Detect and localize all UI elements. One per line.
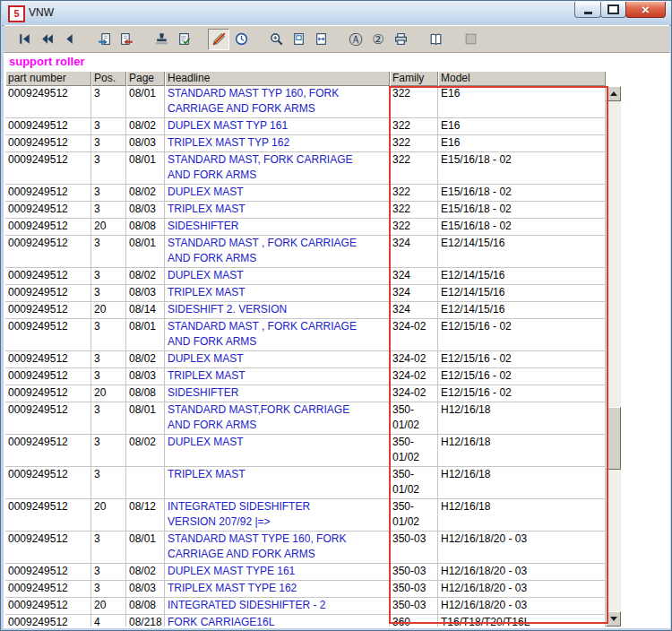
checklist-button[interactable] [173,29,194,50]
cell-headline[interactable]: DUPLEX MAST [165,351,390,368]
doc-next-button[interactable] [93,29,115,50]
circle-a-button[interactable]: Ⓐ [345,29,366,50]
table-row[interactable]: 0009249512308/01STANDARD MAST TYPE 160, … [5,532,606,564]
page-fit-button[interactable] [310,29,332,50]
cell-headline[interactable]: DUPLEX MAST TYP 161 [165,118,390,135]
blank-button[interactable] [460,29,481,50]
table-row[interactable]: 0009249512308/02DUPLEX MAST TYPE 161350-… [5,564,606,581]
cell-headline[interactable]: SIDESHIFT 2. VERSION [165,302,390,319]
table-row[interactable]: 0009249512308/01STANDARD MAST,FORK CARRI… [5,402,606,435]
cell-pos: 3 [91,285,126,302]
nav-first-button[interactable] [13,29,35,50]
column-header-pos[interactable]: Pos. [91,71,126,86]
cell-family: 322 [390,118,438,135]
cell-headline[interactable]: TRIPLEX MAST [165,202,390,219]
table-row[interactable]: 0009249512308/02DUPLEX MAST322E15/16/18 … [5,185,606,202]
cell-family: 350- 01/02 [390,499,438,532]
cell-part: 0009249512 [5,402,91,435]
table-row[interactable]: 00092495122008/08SIDESHIFTER324-02E12/15… [5,385,606,402]
cell-headline[interactable]: SIDESHIFTER [165,385,390,402]
cell-model: H12/16/18/20 - 03 [438,598,606,615]
cell-pos: 3 [91,435,126,467]
cell-headline[interactable]: STANDARD MAST TYP 160, FORK CARRIAGE AND… [165,86,390,118]
print-button[interactable] [390,29,411,50]
cell-headline[interactable]: DUPLEX MAST TYPE 161 [165,564,390,581]
page-preview-button[interactable] [288,29,309,50]
cell-headline[interactable]: STANDARD MAST,FORK CARRIAGE AND FORK ARM… [165,402,390,435]
history-clock-button[interactable] [230,29,252,50]
cell-headline[interactable]: TRIPLEX MAST TYP 162 [165,135,390,152]
nav-rewind-button[interactable] [36,29,57,50]
table-row[interactable]: 00092495122008/08INTEGRATED SIDESHIFTER … [5,598,606,615]
close-button[interactable]: × [625,2,666,18]
cell-headline[interactable]: INTEGRATED SIDESHIFTER VERSION 207/92 |=… [165,499,390,532]
cell-model: E12/14/15/16 [438,285,606,302]
table-row[interactable]: 0009249512308/02DUPLEX MAST350- 01/02H12… [5,435,606,467]
cell-headline[interactable]: STANDARD MAST , FORK CARRIAGE AND FORK A… [165,236,390,268]
column-header-model[interactable]: Model [438,71,606,86]
table-row[interactable]: 00092495122008/12INTEGRATED SIDESHIFTER … [5,499,606,532]
cell-headline[interactable]: STANDARD MAST , FORK CARRIAGE AND FORK A… [165,319,390,351]
table-row[interactable]: 0009249512308/03TRIPLEX MAST TYP 162322E… [5,135,606,152]
circle-2-button[interactable]: ② [367,29,389,50]
cell-headline[interactable]: TRIPLEX MAST [165,368,390,385]
column-header-headline[interactable]: Headline [165,71,390,86]
nav-prev-button[interactable] [58,29,80,50]
cell-family: 350-03 [390,598,438,615]
vertical-scrollbar[interactable] [606,86,621,627]
column-header-part[interactable]: part number [5,71,91,86]
book-button[interactable] [425,29,446,50]
table-row[interactable]: 0009249512308/02DUPLEX MAST TYP 161322E1… [5,118,606,135]
scroll-thumb[interactable] [606,407,621,470]
cell-model: E15/16/18 - 02 [438,219,606,236]
doc-prev-button[interactable] [116,29,137,50]
cell-headline[interactable]: DUPLEX MAST [165,185,390,202]
column-header-family[interactable]: Family [390,71,438,86]
cell-headline[interactable]: FORK CARRIAGE16L [165,615,390,627]
table-row[interactable]: 0009249512308/02DUPLEX MAST324-02E12/15/… [5,351,606,368]
scroll-up-button[interactable] [606,86,621,101]
cell-model: E12/14/15/16 [438,302,606,319]
table-row[interactable]: 0009249512308/01STANDARD MAST , FORK CAR… [5,319,606,351]
cell-model: H12/16/18 [438,499,606,532]
minimize-button[interactable] [574,2,601,18]
cell-model: E16 [438,118,606,135]
cell-headline[interactable]: INTEGRATED SIDESHIFTER - 2 [165,598,390,615]
cell-pos: 3 [91,118,126,135]
cell-model: E12/15/16 - 02 [438,368,606,385]
table-row[interactable]: 0009249512408/218FORK CARRIAGE16L360T16/… [5,615,606,627]
table-row[interactable]: 0009249512308/03TRIPLEX MAST322E15/16/18… [5,202,606,219]
cell-pos: 3 [91,319,126,351]
cell-headline[interactable]: TRIPLEX MAST [165,467,390,499]
titlebar[interactable]: 5 VNW × [2,1,672,26]
stamp-button[interactable] [151,29,172,50]
cell-headline[interactable]: TRIPLEX MAST [165,285,390,302]
cell-part: 0009249512 [5,285,91,302]
cell-page: 08/03 [126,368,165,385]
toolbar-group [13,29,81,50]
cell-headline[interactable]: SIDESHIFTER [165,219,390,236]
cell-headline[interactable]: DUPLEX MAST [165,435,390,467]
table-row[interactable]: 00092495123TRIPLEX MAST350- 01/02H12/16/… [5,467,606,499]
zoom-button[interactable] [265,29,287,50]
table-row[interactable]: 00092495122008/14SIDESHIFT 2. VERSION324… [5,302,606,319]
table-row[interactable]: 0009249512308/03TRIPLEX MAST324E12/14/15… [5,285,606,302]
column-header-page[interactable]: Page [126,71,165,86]
table-row[interactable]: 0009249512308/01STANDARD MAST , FORK CAR… [5,236,606,268]
cell-pos: 3 [91,185,126,202]
table-row[interactable]: 0009249512308/03TRIPLEX MAST324-02E12/15… [5,368,606,385]
cell-headline[interactable]: TRIPLEX MAST TYPE 162 [165,581,390,598]
clock-icon [234,31,249,47]
annotate-off-button[interactable] [208,29,229,50]
cell-pos: 3 [91,236,126,268]
maximize-button[interactable] [600,2,626,18]
cell-headline[interactable]: DUPLEX MAST [165,268,390,285]
cell-headline[interactable]: STANDARD MAST, FORK CARRIAGE AND FORK AR… [165,152,390,185]
scroll-down-button[interactable] [606,611,621,627]
table-row[interactable]: 00092495122008/08SIDESHIFTER322E15/16/18… [5,219,606,236]
table-row[interactable]: 0009249512308/02DUPLEX MAST324E12/14/15/… [5,268,606,285]
table-row[interactable]: 0009249512308/01STANDARD MAST, FORK CARR… [5,152,606,185]
cell-headline[interactable]: STANDARD MAST TYPE 160, FORK CARRIAGE AN… [165,532,390,564]
table-row[interactable]: 0009249512308/03TRIPLEX MAST TYPE 162350… [5,581,606,598]
table-row[interactable]: 0009249512308/01STANDARD MAST TYP 160, F… [5,86,606,118]
